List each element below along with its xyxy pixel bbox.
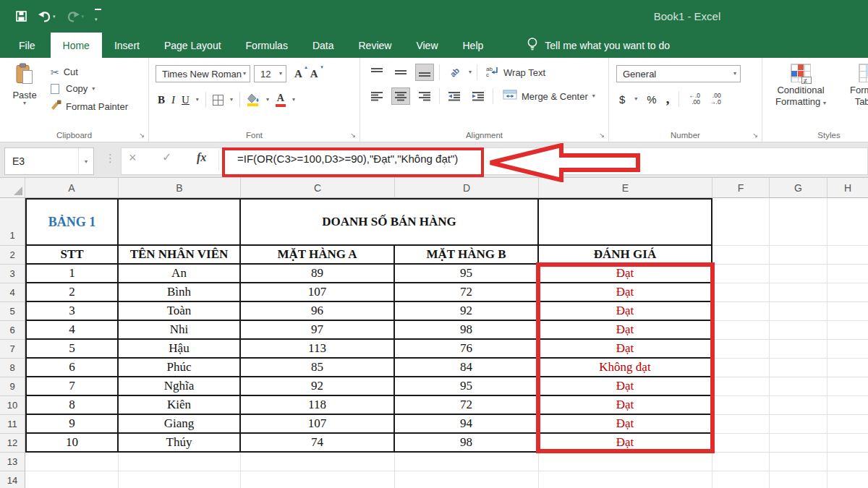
- cell-D10[interactable]: 72: [395, 396, 539, 415]
- cell-H1[interactable]: [827, 198, 868, 246]
- cell-E7[interactable]: Đạt: [539, 340, 712, 359]
- tab-file[interactable]: File: [4, 33, 51, 58]
- cell-F7[interactable]: [712, 340, 770, 359]
- cell-A8[interactable]: 6: [25, 359, 119, 377]
- underline-button[interactable]: U: [182, 94, 190, 106]
- cell-D4[interactable]: 72: [395, 283, 539, 302]
- chevron-down-icon[interactable]: ▾: [196, 97, 199, 103]
- cell-B14[interactable]: [119, 471, 241, 488]
- tab-view[interactable]: View: [404, 33, 450, 58]
- row-header-4[interactable]: 4: [0, 283, 25, 302]
- cell-H3[interactable]: [827, 265, 868, 283]
- chevron-down-icon[interactable]: ▾: [292, 97, 295, 103]
- cell-C9[interactable]: 92: [241, 377, 395, 396]
- cell-F2[interactable]: [712, 246, 770, 265]
- select-all-button[interactable]: [0, 178, 25, 198]
- chevron-down-icon[interactable]: ▾: [82, 14, 85, 19]
- italic-button[interactable]: I: [171, 94, 175, 106]
- cell-G8[interactable]: [770, 359, 827, 377]
- align-right-button[interactable]: [415, 87, 434, 105]
- cell-C13[interactable]: [241, 453, 395, 471]
- cell-E6[interactable]: Đạt: [539, 321, 712, 340]
- tab-help[interactable]: Help: [451, 33, 496, 58]
- chevron-down-icon[interactable]: ▾: [78, 148, 93, 174]
- paste-button[interactable]: Paste ▾: [4, 61, 45, 113]
- cell-E10[interactable]: Đạt: [539, 396, 712, 415]
- align-top-button[interactable]: [367, 64, 386, 81]
- cell-B10[interactable]: Kiên: [119, 396, 241, 415]
- cell-H6[interactable]: [827, 321, 868, 340]
- cell-G7[interactable]: [770, 340, 827, 359]
- cell-header-B2[interactable]: TÊN NHÂN VIÊN: [119, 246, 241, 265]
- cell-G1[interactable]: [770, 198, 827, 246]
- cell-D14[interactable]: [395, 471, 539, 488]
- cell-F6[interactable]: [712, 321, 770, 340]
- cell-B7[interactable]: Hậu: [119, 340, 241, 359]
- cell-D12[interactable]: 98: [395, 434, 539, 453]
- cell-D8[interactable]: 84: [395, 359, 539, 377]
- cell-G3[interactable]: [770, 265, 827, 283]
- cell-H11[interactable]: [827, 415, 868, 434]
- cell-H9[interactable]: [827, 377, 868, 396]
- cell-G6[interactable]: [770, 321, 827, 340]
- cell-B6[interactable]: Nhi: [119, 321, 241, 340]
- cell-D13[interactable]: [395, 453, 539, 471]
- column-header-A[interactable]: A: [25, 178, 119, 198]
- cell-B3[interactable]: An: [119, 265, 241, 283]
- cell-G14[interactable]: [770, 471, 827, 488]
- cell-C1-D1-merged-banner[interactable]: DOANH SỐ BÁN HÀNG: [241, 198, 539, 246]
- orientation-button[interactable]: ab: [445, 64, 464, 81]
- row-header-14[interactable]: 14: [0, 471, 25, 488]
- conditional-formatting-button[interactable]: ≠ Conditional Formatting ▾: [774, 64, 827, 108]
- row-header-1[interactable]: 1: [0, 198, 25, 246]
- cell-E12[interactable]: Đạt: [539, 434, 712, 453]
- cell-F12[interactable]: [712, 434, 770, 453]
- cell-G4[interactable]: [770, 283, 827, 302]
- cell-A10[interactable]: 8: [25, 396, 119, 415]
- cell-D6[interactable]: 98: [395, 321, 539, 340]
- cell-F9[interactable]: [712, 377, 770, 396]
- cell-A5[interactable]: 3: [25, 302, 119, 321]
- cell-E4[interactable]: Đạt: [539, 283, 712, 302]
- cell-C14[interactable]: [241, 471, 395, 488]
- cell-E9[interactable]: Đạt: [539, 377, 712, 396]
- row-header-9[interactable]: 9: [0, 377, 25, 396]
- cancel-formula-icon[interactable]: ×: [129, 151, 137, 164]
- cell-A3[interactable]: 1: [25, 265, 119, 283]
- cell-A4[interactable]: 2: [25, 283, 119, 302]
- increase-indent-button[interactable]: [469, 87, 488, 105]
- cell-B11[interactable]: Giang: [119, 415, 241, 434]
- cell-F11[interactable]: [712, 415, 770, 434]
- cell-A11[interactable]: 9: [25, 415, 119, 434]
- cell-E14[interactable]: [539, 471, 712, 488]
- number-format-select[interactable]: General ▾: [616, 65, 741, 82]
- cell-G10[interactable]: [770, 396, 827, 415]
- cell-E8[interactable]: Không đạt: [539, 359, 712, 377]
- cell-F13[interactable]: [712, 453, 770, 471]
- tab-insert[interactable]: Insert: [102, 33, 152, 58]
- column-header-G[interactable]: G: [770, 178, 827, 198]
- row-header-3[interactable]: 3: [0, 265, 25, 283]
- align-middle-button[interactable]: [391, 64, 410, 81]
- cell-F1[interactable]: [712, 198, 770, 246]
- cell-D9[interactable]: 95: [395, 377, 539, 396]
- borders-button[interactable]: [213, 95, 224, 106]
- clipboard-dialog-launcher-icon[interactable]: ↘: [139, 132, 145, 139]
- cell-E13[interactable]: [539, 453, 712, 471]
- font-color-button[interactable]: A: [276, 93, 286, 107]
- cell-D5[interactable]: 92: [395, 302, 539, 321]
- cell-B13[interactable]: [119, 453, 241, 471]
- cell-H7[interactable]: [827, 340, 868, 359]
- chevron-down-icon[interactable]: ▾: [266, 97, 269, 103]
- row-header-12[interactable]: 12: [0, 434, 25, 453]
- save-button[interactable]: [16, 11, 27, 22]
- wrap-text-button[interactable]: abc Wrap Text: [485, 66, 545, 80]
- row-header-2[interactable]: 2: [0, 246, 25, 265]
- cell-header-D2[interactable]: MẶT HÀNG B: [395, 246, 539, 265]
- cell-G9[interactable]: [770, 377, 827, 396]
- row-header-13[interactable]: 13: [0, 453, 25, 471]
- cell-A1[interactable]: BẢNG 1: [25, 198, 119, 246]
- cell-B12[interactable]: Thúy: [119, 434, 241, 453]
- cell-D3[interactable]: 95: [395, 265, 539, 283]
- cell-C11[interactable]: 107: [241, 415, 395, 434]
